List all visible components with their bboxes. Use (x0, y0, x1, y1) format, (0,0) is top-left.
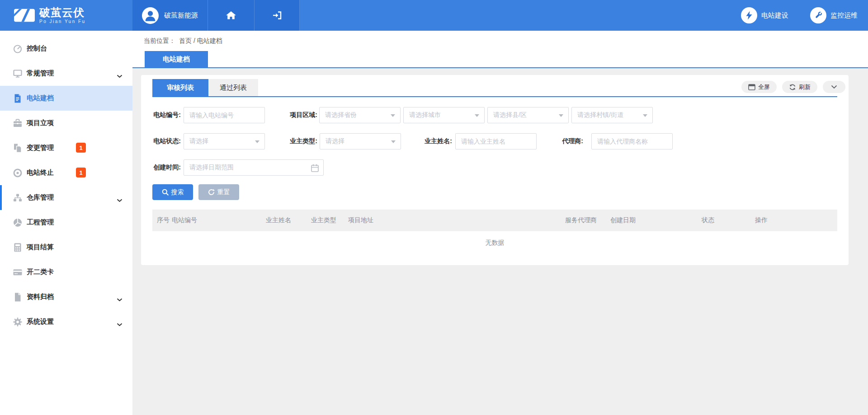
sidebar-item-system-settings[interactable]: 系统设置 (0, 309, 132, 334)
wrench-icon (810, 7, 826, 23)
logo: 破茧云伏 Po Jian Yun Fu (0, 0, 132, 31)
refresh-button[interactable]: 刷新 (782, 81, 817, 93)
home-button[interactable] (208, 0, 255, 31)
badge-count: 1 (76, 143, 86, 153)
sidebar-item-console[interactable]: 控制台 (0, 36, 132, 61)
empty-placeholder: 无数据 (152, 231, 837, 265)
agent-input[interactable] (591, 133, 673, 149)
caret-down-icon (475, 114, 479, 117)
table-header: 序号 电站编号 业主姓名 业主类型 项目地址 服务代理商 创建日期 状态 操作 (152, 210, 837, 231)
copy-documents-icon (13, 143, 23, 153)
nav-monitoring-label: 监控运维 (830, 11, 858, 20)
chevron-down-icon (117, 72, 123, 80)
user-cell[interactable]: 破茧新能源 (132, 0, 208, 31)
credit-card-icon (13, 267, 23, 277)
refresh-icon (789, 84, 796, 91)
nav-monitoring[interactable]: 监控运维 (810, 7, 858, 23)
reset-icon (208, 189, 215, 196)
logout-icon (272, 10, 283, 21)
tab-passed-list[interactable]: 通过列表 (208, 79, 258, 96)
agent-label: 代理商: (559, 137, 583, 145)
sidebar-item-project-initiation[interactable]: 项目立项 (0, 111, 132, 135)
page-tabstrip: 电站建档 (132, 51, 868, 68)
lightning-icon (741, 7, 757, 23)
home-icon (226, 10, 236, 21)
sidebar-item-data-archive[interactable]: 资料归档 (0, 284, 132, 309)
district-select[interactable]: 请选择县/区 (487, 107, 569, 123)
panel-tabs: 审核列表 通过列表 全屏 刷新 (152, 79, 837, 97)
search-icon (162, 189, 169, 196)
col-create-date: 创建日期 (610, 216, 702, 224)
nav-construction[interactable]: 电站建设 (741, 7, 788, 23)
sidebar: 控制台 常规管理 电站建档 项目立项 变更管理 1 电站终止 1 (0, 31, 132, 415)
fullscreen-button[interactable]: 全屏 (741, 81, 777, 93)
sidebar-item-station-termination[interactable]: 电站终止 1 (0, 160, 132, 185)
logo-icon (14, 5, 35, 25)
sidebar-item-engineering-mgmt[interactable]: 工程管理 (0, 210, 132, 235)
caret-down-icon (391, 114, 395, 117)
page-tab-station-archive[interactable]: 电站建档 (145, 51, 208, 67)
breadcrumb-path[interactable]: 首页 / 电站建档 (179, 37, 222, 45)
sidebar-item-open-card[interactable]: 开二类卡 (0, 260, 132, 284)
logo-subtitle: Po Jian Yun Fu (39, 19, 86, 24)
owner-type-label: 业主类型: (288, 137, 317, 145)
caret-down-icon (643, 114, 647, 117)
logo-title: 破茧云伏 (39, 7, 86, 18)
chevron-down-icon (117, 196, 123, 204)
dashboard-icon (13, 44, 23, 54)
target-icon (13, 168, 23, 178)
town-select[interactable]: 请选择村镇/街道 (571, 107, 653, 123)
sitemap-icon (13, 193, 23, 203)
calendar-icon (311, 164, 319, 172)
create-time-label: 创建时间: (152, 163, 181, 172)
sidebar-item-change-mgmt[interactable]: 变更管理 1 (0, 135, 132, 160)
station-status-select[interactable]: 请选择 (184, 133, 265, 149)
search-button[interactable]: 搜索 (152, 184, 193, 200)
col-station-no: 电站编号 (172, 216, 266, 224)
sidebar-item-warehouse-mgmt[interactable]: 仓库管理 (0, 185, 132, 210)
breadcrumb: 当前位置： 首页 / 电站建档 (132, 31, 868, 51)
province-select[interactable]: 请选择省份 (319, 107, 401, 123)
document-icon (13, 93, 23, 103)
region-label: 项目区域: (288, 111, 317, 119)
monitor-icon (13, 69, 23, 79)
tab-review-list[interactable]: 审核列表 (152, 79, 208, 96)
col-owner-type: 业主类型 (311, 216, 348, 224)
sidebar-item-general-mgmt[interactable]: 常规管理 (0, 61, 132, 86)
badge-count: 1 (76, 168, 86, 177)
station-status-label: 电站状态: (152, 137, 181, 145)
col-actions: 操作 (755, 216, 837, 224)
collapse-button[interactable] (823, 81, 845, 93)
caret-down-icon (255, 140, 259, 143)
owner-name-input[interactable] (455, 133, 537, 149)
briefcase-icon (13, 118, 23, 128)
city-select[interactable]: 请选择城市 (403, 107, 485, 123)
date-range-input[interactable]: 请选择日期范围 (184, 159, 324, 176)
col-owner-name: 业主姓名 (266, 216, 311, 224)
results-table: 序号 电站编号 业主姓名 业主类型 项目地址 服务代理商 创建日期 状态 操作 … (152, 210, 837, 265)
station-no-input[interactable] (184, 107, 265, 123)
sidebar-item-station-archive[interactable]: 电站建档 (0, 86, 132, 111)
pie-gauge-icon (13, 218, 23, 228)
avatar (142, 7, 159, 24)
col-seq: 序号 (157, 216, 172, 224)
calculator-icon (13, 242, 23, 252)
chevron-down-icon (117, 320, 123, 328)
company-name: 破茧新能源 (164, 11, 198, 20)
breadcrumb-prefix: 当前位置： (144, 37, 175, 45)
logout-button[interactable] (255, 0, 300, 31)
sidebar-item-project-settlement[interactable]: 项目结算 (0, 235, 132, 260)
user-icon (142, 7, 159, 24)
station-no-label: 电站编号: (152, 111, 181, 119)
caret-down-icon (559, 114, 563, 117)
chevron-down-icon (831, 85, 837, 89)
col-status: 状态 (702, 216, 755, 224)
app-header: 破茧云伏 Po Jian Yun Fu 破茧新能源 (0, 0, 868, 31)
col-service-agent: 服务代理商 (565, 216, 610, 224)
chevron-down-icon (117, 295, 123, 303)
nav-construction-label: 电站建设 (761, 11, 788, 20)
owner-type-select[interactable]: 请选择 (320, 133, 401, 149)
main-content: 当前位置： 首页 / 电站建档 电站建档 审核列表 通过列表 全屏 刷新 (132, 31, 868, 415)
fullscreen-icon (748, 84, 755, 90)
reset-button[interactable]: 重置 (198, 184, 239, 200)
